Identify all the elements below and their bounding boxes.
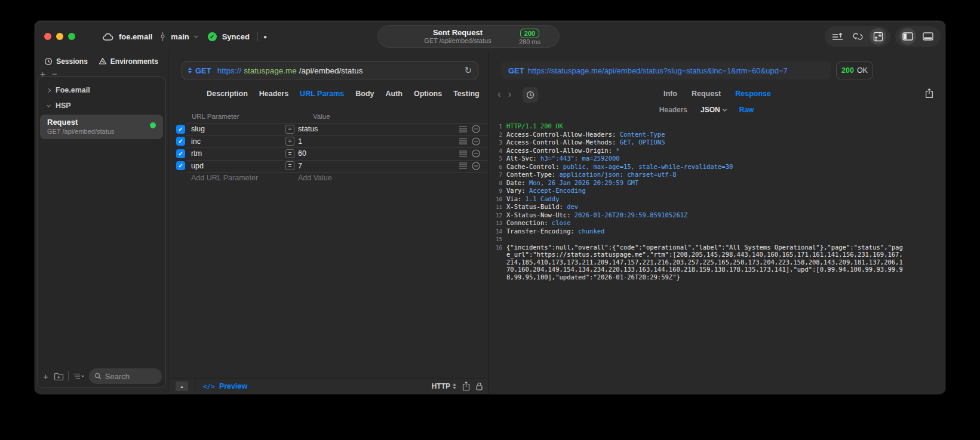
subtab-raw[interactable]: Raw	[739, 106, 754, 114]
tab-description[interactable]: Description	[207, 90, 248, 98]
param-name-field[interactable]: inc	[191, 137, 201, 146]
tab-response[interactable]: Response	[735, 90, 771, 98]
param-value-field[interactable]: status	[298, 125, 318, 133]
param-name-field[interactable]: rtm	[191, 149, 202, 158]
line-content	[506, 235, 945, 244]
tab-testing[interactable]: Testing	[453, 90, 480, 98]
param-value-field[interactable]: 60	[298, 149, 306, 158]
subtab-headers[interactable]: Headers	[659, 106, 687, 114]
tab-url-params[interactable]: URL Params	[300, 90, 344, 98]
tab-info[interactable]: Info	[663, 90, 677, 98]
tab-body[interactable]: Body	[355, 90, 374, 98]
protocol-selector[interactable]: HTTP	[432, 382, 450, 390]
request-list-icon[interactable]	[829, 28, 846, 45]
param-name-field[interactable]: upd	[191, 162, 204, 170]
header-value-token: Content-Type	[620, 131, 665, 138]
method-stepper-icon[interactable]	[188, 67, 192, 73]
drag-lines-icon[interactable]	[459, 150, 467, 157]
param-checkbox[interactable]: ✓	[176, 161, 185, 170]
response-url-bar[interactable]: GET https://statuspage.me/api/embed/stat…	[501, 61, 831, 79]
drag-lines-icon[interactable]	[459, 126, 467, 133]
remove-circle-icon[interactable]	[472, 137, 480, 146]
line-number: 4	[489, 147, 502, 155]
tab-environments-label: Environments	[110, 57, 158, 66]
status-line-token: HTTP/1.1 200 OK	[506, 122, 563, 130]
search-input[interactable]	[105, 372, 156, 381]
drag-lines-icon[interactable]	[459, 162, 467, 169]
header-name-token: Content-Type:	[506, 171, 560, 178]
drag-lines-icon[interactable]	[459, 138, 467, 144]
response-line: 6Cache-Control: public, max-age=15, stal…	[489, 163, 945, 171]
header-name-token: Via:	[506, 195, 526, 202]
zoom-button[interactable]	[68, 33, 75, 40]
tab-environments[interactable]: Environments	[99, 57, 158, 66]
add-value-placeholder[interactable]: Add Value	[298, 174, 332, 182]
refresh-icon[interactable]: ↻	[464, 65, 472, 76]
subtab-json[interactable]: JSON	[701, 106, 726, 114]
add-request-button[interactable]: +	[42, 371, 50, 381]
param-row-actions	[459, 162, 480, 170]
param-name-field[interactable]: slug	[191, 125, 205, 133]
response-url: https://statuspage.me/api/embed/status?s…	[528, 66, 788, 75]
param-value-field[interactable]: 7	[298, 162, 302, 170]
tab-auth[interactable]: Auth	[385, 90, 402, 98]
tree-item-hsp[interactable]: HSP	[38, 98, 165, 113]
project-name[interactable]: foe.email	[119, 32, 152, 41]
method-label[interactable]: GET	[195, 66, 211, 75]
response-raw[interactable]: 1HTTP/1.1 200 OK2Access-Control-Allow-He…	[489, 122, 945, 394]
code-icon: </>	[203, 383, 215, 390]
tab-headers[interactable]: Headers	[259, 90, 288, 98]
header-value-token: public, max-age=15, stale-while-revalida…	[563, 163, 733, 170]
response-status-box: 200 OK	[836, 61, 873, 79]
remove-circle-icon[interactable]	[472, 149, 480, 158]
bottom-panel-icon[interactable]	[920, 28, 936, 45]
import-export-icon[interactable]	[870, 28, 886, 45]
line-number: 8	[489, 179, 502, 187]
add-param-row[interactable]: Add URL ParameterAdd Value	[168, 172, 489, 184]
header-name-token: X-Status-Build:	[506, 203, 567, 210]
header-value-token: close	[552, 219, 571, 226]
add-url-parameter-placeholder[interactable]: Add URL Parameter	[191, 174, 258, 182]
tree-item-label: Foe.email	[56, 86, 90, 94]
preview-button[interactable]: Preview	[219, 382, 247, 390]
request-list-item[interactable]: Request GET /api/embed/status	[40, 115, 163, 139]
param-row: ✓upd=7	[168, 160, 489, 173]
response-line: 12X-Status-Now-Utc: 2026-01-26T20:29:59.…	[489, 211, 945, 220]
minimize-button[interactable]	[56, 33, 63, 40]
folder-add-icon[interactable]	[54, 372, 64, 381]
header-value-token: application/json; charset=utf-8	[560, 171, 677, 178]
lock-icon[interactable]	[476, 382, 483, 390]
param-checkbox[interactable]: ✓	[176, 149, 185, 158]
chevron-right-icon	[47, 88, 51, 92]
remove-circle-icon[interactable]	[472, 125, 480, 133]
response-tabs: Info Request Response	[489, 90, 945, 98]
branch-name[interactable]: main	[171, 32, 189, 41]
tab-request[interactable]: Request	[692, 90, 721, 98]
left-panel-icon[interactable]	[899, 28, 916, 45]
body-json-token: {"incidents":null,"overall":{"code":"ope…	[506, 244, 903, 281]
search-field[interactable]	[89, 368, 162, 384]
sync-loop-icon[interactable]	[849, 28, 866, 45]
param-value-field[interactable]: 1	[298, 137, 302, 146]
request-summary-pill[interactable]: Sent Request GET /api/embed/status 200 2…	[377, 25, 560, 48]
sidebar: Sessions Environments + − Foe.email	[35, 52, 168, 394]
close-button[interactable]	[44, 33, 51, 40]
chevron-down-icon	[723, 107, 727, 111]
tab-options[interactable]: Options	[414, 90, 442, 98]
request-url-bar[interactable]: GET https://statuspage.me/api/embed/stat…	[182, 61, 478, 79]
branch-chevron-icon[interactable]	[194, 33, 198, 38]
remove-circle-icon[interactable]	[472, 162, 480, 170]
share-icon[interactable]	[925, 88, 933, 99]
param-checkbox[interactable]: ✓	[176, 125, 185, 134]
share-icon[interactable]	[462, 381, 470, 391]
tree-item-foe-email[interactable]: Foe.email	[38, 82, 165, 98]
collapse-panel-button[interactable]: ▲	[176, 381, 188, 391]
tab-sessions[interactable]: Sessions	[44, 57, 88, 66]
param-row: ✓slug=status	[168, 123, 489, 136]
url-scheme: https://	[217, 66, 242, 75]
sort-list-icon[interactable]	[73, 373, 85, 380]
protocol-stepper-icon[interactable]	[453, 383, 456, 389]
param-row-actions	[459, 137, 480, 146]
divider	[195, 379, 195, 395]
param-checkbox[interactable]: ✓	[176, 137, 185, 146]
